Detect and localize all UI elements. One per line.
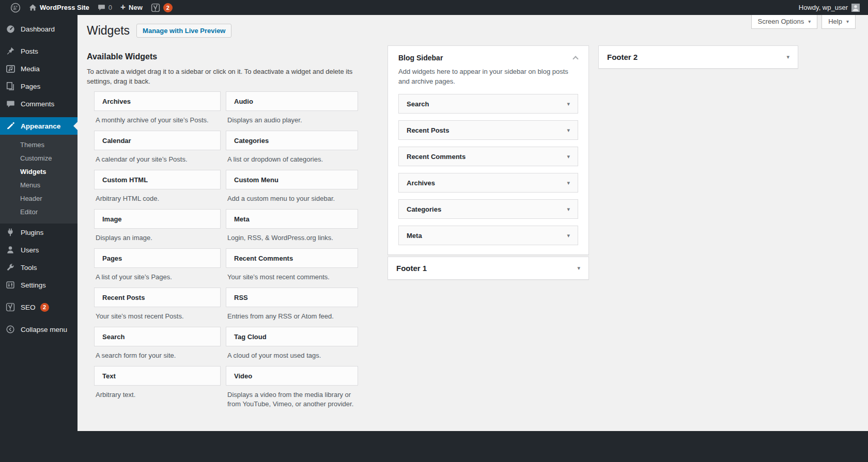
help-label: Help <box>828 18 842 25</box>
sidebar-widget-title: Categories <box>407 205 441 213</box>
widget-tile[interactable]: RSS <box>226 288 358 307</box>
widget-tile[interactable]: Recent Posts <box>94 288 221 307</box>
footer-2-panel[interactable]: Footer 2 ▾ <box>598 45 798 69</box>
widget-tile[interactable]: Tag Cloud <box>226 327 358 346</box>
widget-description: Add a custom menu to your sidebar. <box>227 194 358 203</box>
comments-count: 0 <box>109 4 112 11</box>
chevron-down-icon[interactable]: ▾ <box>567 128 570 133</box>
admin-bar-left: WordPress Site 0 + New 2 <box>6 0 177 15</box>
manage-live-preview-button[interactable]: Manage with Live Preview <box>136 24 231 38</box>
widget-tile[interactable]: Archives <box>94 91 221 111</box>
widget-title: Tag Cloud <box>234 333 267 341</box>
bottom-dark-band <box>0 431 868 462</box>
widget-title: Recent Comments <box>234 254 293 262</box>
submenu-item-themes[interactable]: Themes <box>0 138 78 152</box>
chevron-down-icon[interactable]: ▾ <box>567 206 570 212</box>
chevron-down-icon[interactable]: ▾ <box>577 265 580 271</box>
submenu-item-editor[interactable]: Editor <box>0 205 78 219</box>
brush-icon <box>5 121 16 131</box>
plus-icon: + <box>120 3 126 11</box>
yoast-seo-menu[interactable]: 2 <box>147 0 177 15</box>
widget-description: Login, RSS, & WordPress.org links. <box>227 233 358 243</box>
sidebar-widget-archives[interactable]: Archives ▾ <box>398 173 578 193</box>
footer-1-panel[interactable]: Footer 1 ▾ <box>388 257 589 280</box>
widget-tile[interactable]: Calendar <box>94 131 221 150</box>
widget-tile[interactable]: Pages <box>94 248 221 268</box>
widget-description: Arbitrary text. <box>96 390 221 400</box>
dashboard-icon <box>5 24 16 34</box>
sidebar-item-tools[interactable]: Tools <box>0 259 78 276</box>
sidebar-item-label: Pages <box>21 83 40 90</box>
sidebar-item-pages[interactable]: Pages <box>0 77 78 95</box>
chevron-down-icon[interactable]: ▾ <box>567 233 570 238</box>
sidebar-item-label: SEO <box>21 304 36 311</box>
sidebar-widget-meta[interactable]: Meta ▾ <box>398 226 578 245</box>
screen-options-label: Screen Options <box>758 18 804 25</box>
account-menu[interactable]: Howdy, wp_user <box>797 0 862 15</box>
chevron-down-icon[interactable]: ▾ <box>567 154 570 160</box>
help-tab[interactable]: Help ▾ <box>822 15 856 29</box>
submenu-item-menus[interactable]: Menus <box>0 179 78 192</box>
sidebar-widget-categories[interactable]: Categories ▾ <box>398 199 578 219</box>
new-content-menu[interactable]: + New <box>116 0 147 15</box>
menu-separator <box>0 38 78 42</box>
sidebar-item-appearance[interactable]: Appearance <box>0 117 78 135</box>
submenu-item-widgets[interactable]: Widgets <box>0 165 78 179</box>
visit-site-link[interactable]: WordPress Site <box>25 0 94 15</box>
widget-tile[interactable]: Search <box>94 327 221 346</box>
sidebar-item-plugins[interactable]: Plugins <box>0 224 78 241</box>
widget-tile[interactable]: Text <box>94 366 221 386</box>
widget-tile[interactable]: Categories <box>226 131 358 150</box>
chevron-down-icon[interactable]: ▾ <box>786 54 789 60</box>
widget-description: Your site’s most recent comments. <box>227 273 358 282</box>
sidebar-item-dashboard[interactable]: Dashboard <box>0 20 78 38</box>
sidebar-item-seo[interactable]: SEO 2 <box>0 298 78 316</box>
chevron-down-icon[interactable]: ▾ <box>567 101 570 107</box>
widget-description: A monthly archive of your site’s Posts. <box>96 116 221 125</box>
widget-title: Recent Posts <box>102 294 145 301</box>
sidebar-widget-title: Recent Posts <box>407 126 449 134</box>
widget-card-pages: Pages A list of your site’s Pages. <box>94 248 221 288</box>
sidebar-item-label: Comments <box>21 100 54 108</box>
submenu-item-customize[interactable]: Customize <box>0 152 78 165</box>
submenu-item-header[interactable]: Header <box>0 192 78 205</box>
comment-bubble-icon <box>5 99 16 109</box>
collapse-menu-button[interactable]: Collapse menu <box>0 321 78 338</box>
widget-tile[interactable]: Audio <box>226 91 358 111</box>
sidebar-item-settings[interactable]: Settings <box>0 276 78 294</box>
pin-icon <box>5 46 16 56</box>
chevron-down-icon[interactable]: ▾ <box>567 180 570 186</box>
plug-icon <box>5 227 16 237</box>
widget-tile[interactable]: Custom Menu <box>226 170 358 189</box>
sidebar-widget-search[interactable]: Search ▾ <box>398 94 578 114</box>
widget-description: A cloud of your most used tags. <box>227 351 358 360</box>
sidebar-widget-recent-comments[interactable]: Recent Comments ▾ <box>398 147 578 166</box>
menu-separator <box>0 316 78 321</box>
widget-description: Displays an image. <box>96 233 221 243</box>
sidebar-widget-recent-posts[interactable]: Recent Posts ▾ <box>398 120 578 140</box>
widget-tile[interactable]: Custom HTML <box>94 170 221 189</box>
widget-tile[interactable]: Video <box>226 366 358 386</box>
footer-2-title: Footer 2 <box>607 53 638 61</box>
available-widgets-grid: Archives A monthly archive of your site’… <box>94 91 358 415</box>
sidebar-item-media[interactable]: Media <box>0 60 78 77</box>
widget-card-video: Video Displays a video from the media li… <box>226 366 358 415</box>
sidebar-item-users[interactable]: Users <box>0 241 78 259</box>
seo-notification-badge: 2 <box>163 3 173 12</box>
sidebar-item-posts[interactable]: Posts <box>0 42 78 60</box>
widget-card-custom-menu: Custom Menu Add a custom menu to your si… <box>226 170 358 209</box>
widget-tile[interactable]: Image <box>94 209 221 229</box>
sidebar-item-comments[interactable]: Comments <box>0 95 78 113</box>
available-widgets-title: Available Widgets <box>87 52 376 61</box>
sidebar-item-label: Plugins <box>21 229 43 236</box>
widget-tile[interactable]: Recent Comments <box>226 248 358 268</box>
widget-tile[interactable]: Meta <box>226 209 358 229</box>
widget-card-image: Image Displays an image. <box>94 209 221 248</box>
pages-icon <box>5 81 16 91</box>
screen-options-tab[interactable]: Screen Options ▾ <box>751 15 818 29</box>
wordpress-logo-menu[interactable] <box>6 0 25 15</box>
comments-shortcut[interactable]: 0 <box>94 0 116 15</box>
widget-title: Text <box>102 372 116 380</box>
widget-card-search: Search A search form for your site. <box>94 327 221 366</box>
sidebar-widget-title: Archives <box>407 179 435 187</box>
